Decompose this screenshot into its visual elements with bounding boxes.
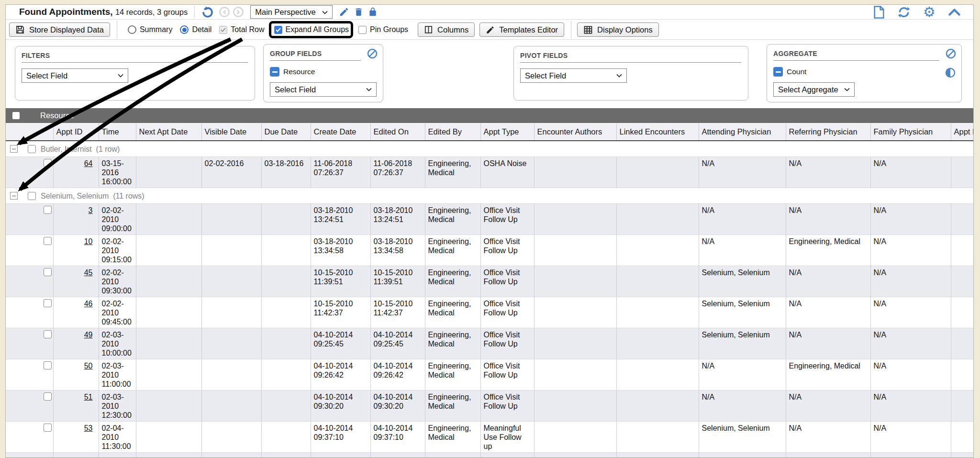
aggregate-chip[interactable]: Count	[773, 67, 961, 77]
lock-perspective-icon[interactable]	[368, 7, 378, 17]
perspective-select[interactable]: Main Perspective	[250, 5, 333, 19]
save-icon	[15, 25, 25, 34]
pivot-fields-panel: PIVOT FIELDS Select Field	[513, 46, 748, 101]
row-checkbox[interactable]	[44, 268, 52, 276]
remove-aggregate-icon[interactable]	[773, 67, 783, 77]
appt-id-link[interactable]: 49	[84, 331, 93, 339]
column-header[interactable]: Attending Physician	[699, 123, 786, 141]
filters-field-select[interactable]: Select Field	[22, 68, 128, 83]
row-checkbox[interactable]	[44, 392, 52, 401]
table-cell: Engineering, Medical	[425, 297, 480, 328]
column-header[interactable]: Encounter Authors	[534, 123, 616, 141]
aggregate-select[interactable]: Select Aggregate	[773, 82, 855, 97]
group-header-label: Resource	[40, 111, 74, 120]
row-checkbox[interactable]	[44, 361, 52, 369]
group-field-chip[interactable]: Resource	[270, 67, 383, 77]
table-cell	[534, 156, 616, 188]
edit-perspective-icon[interactable]	[339, 7, 349, 17]
columns-button[interactable]: Columns	[418, 22, 475, 37]
settings-gear-icon[interactable]: ⚙	[923, 6, 935, 19]
new-document-icon[interactable]	[873, 6, 885, 19]
table-cell: Engineering, Medical	[425, 421, 480, 452]
column-header[interactable]: Due Date	[261, 123, 311, 141]
total-row-checkbox[interactable]: Total Row	[219, 25, 264, 34]
refresh-icon[interactable]	[897, 6, 911, 19]
table-cell: N/A	[870, 421, 951, 452]
column-header[interactable]: Edited By	[425, 123, 480, 141]
row-checkbox[interactable]	[44, 237, 52, 245]
column-header[interactable]: Edited On	[370, 123, 425, 141]
pin-groups-checkbox[interactable]: Pin Groups	[358, 25, 408, 34]
column-headers: Appt IDTimeNext Apt DateVisible DateDue …	[6, 123, 974, 141]
row-checkbox[interactable]	[44, 299, 52, 307]
aggregate-panel: AGGREGATE Count Select Aggregate	[767, 44, 962, 102]
table-cell	[201, 359, 261, 390]
table-cell: 11-06-2018 07:26:37	[311, 156, 370, 188]
table-cell: 10-15-2010 11:39:51	[370, 266, 425, 297]
appt-id-link[interactable]: 50	[84, 362, 93, 370]
prev-perspective-icon[interactable]	[219, 7, 230, 17]
column-header[interactable]: Appt ID	[53, 123, 99, 141]
appt-id-link[interactable]: 53	[84, 424, 93, 432]
table-cell: Office Visit Follow Up	[480, 203, 534, 235]
pivot-field-select[interactable]: Select Field	[520, 68, 627, 83]
table-cell: 02-02-2010 09:30:00	[99, 266, 136, 297]
group-collapse-toggle[interactable]	[10, 145, 18, 153]
row-checkbox[interactable]	[44, 330, 52, 338]
appt-id-link[interactable]: 64	[84, 159, 93, 168]
collapse-panel-icon[interactable]	[948, 8, 961, 16]
group-field-select[interactable]: Select Field	[270, 82, 377, 97]
table-cell	[261, 266, 311, 297]
clear-aggregates-icon[interactable]	[945, 48, 957, 61]
toolbar: Store Displayed Data Summary Detail Tota…	[6, 20, 973, 40]
appt-id-link[interactable]: 45	[84, 268, 93, 277]
expand-all-groups-checkbox[interactable]: Expand All Groups	[273, 25, 350, 34]
visibility-eye-icon[interactable]	[945, 67, 956, 80]
remove-group-field-icon[interactable]	[270, 67, 279, 77]
store-displayed-data-button[interactable]: Store Displayed Data	[9, 22, 110, 37]
column-header[interactable]: Time	[99, 123, 136, 141]
display-options-button[interactable]: Display Options	[577, 22, 659, 37]
column-header[interactable]: Linked Encounters	[616, 123, 699, 141]
page-title: Found Appointments, 14 records, 3 groups	[19, 7, 188, 17]
column-header[interactable]: Family Physician	[870, 123, 951, 141]
group-label: Butler, Internist (1 row)	[41, 145, 120, 153]
group-checkbox[interactable]	[28, 192, 36, 200]
row-checkbox[interactable]	[44, 206, 52, 214]
table-cell: 03-15-2016 16:00:00	[99, 156, 136, 188]
table-cell: Office Visit Follow Up	[480, 266, 534, 297]
table-cell: 10-15-2010 11:42:37	[370, 297, 425, 328]
column-header[interactable]: Visible Date	[201, 123, 261, 141]
select-all-checkbox[interactable]	[12, 112, 20, 119]
appt-id-link[interactable]: 51	[84, 393, 93, 401]
undo-icon[interactable]	[201, 6, 214, 19]
table-cell: 04-10-2014 09:30:20	[370, 390, 425, 421]
table-cell: Selenium, Selenium	[699, 266, 786, 297]
pencil-icon	[486, 25, 495, 34]
appt-id-link[interactable]: 10	[84, 237, 93, 246]
delete-perspective-icon[interactable]	[354, 7, 364, 17]
table-cell	[201, 266, 261, 297]
templates-editor-button[interactable]: Templates Editor	[479, 22, 564, 37]
column-header[interactable]: Appt Re	[951, 123, 974, 141]
table-cell: Engineering, Medical	[425, 156, 480, 188]
clear-groups-icon[interactable]	[367, 48, 378, 61]
table-cell	[951, 297, 974, 328]
next-perspective-icon[interactable]	[233, 7, 244, 17]
summary-radio[interactable]: Summary	[128, 25, 172, 34]
appt-id-link[interactable]: 46	[84, 300, 93, 308]
detail-radio[interactable]: Detail	[180, 25, 212, 34]
table-cell	[480, 452, 534, 457]
column-header[interactable]: Create Date	[311, 123, 370, 141]
column-header[interactable]: Appt Type	[480, 123, 534, 141]
appt-id-link[interactable]: 3	[89, 206, 93, 214]
table-cell: Selenium, Selenium	[699, 421, 786, 452]
table-cell	[136, 390, 201, 421]
row-checkbox[interactable]	[44, 159, 52, 167]
column-header[interactable]: Next Apt Date	[136, 123, 201, 141]
column-header[interactable]: Referring Physician	[786, 123, 870, 141]
group-collapse-toggle[interactable]	[10, 192, 18, 200]
row-checkbox[interactable]	[44, 424, 52, 432]
table-cell	[261, 390, 311, 421]
group-checkbox[interactable]	[28, 145, 36, 153]
